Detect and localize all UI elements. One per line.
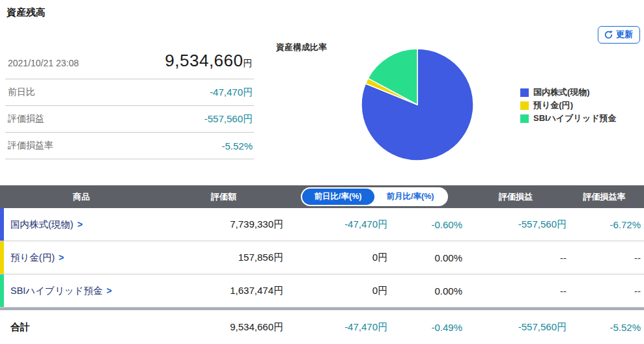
legend-swatch-yellow [520,101,529,110]
cell-value: 157,856円 [163,252,285,264]
cell-day-change: 0円 [285,252,389,264]
summary-row-label: 評価損益率 [8,140,53,152]
header-pl-rate: 評価損益率 [568,191,644,203]
legend-label: SBIハイブリッド預金 [533,112,617,124]
refresh-icon [604,30,613,40]
cell-value: 7,739,330円 [163,218,285,231]
header-product: 商品 [0,191,163,203]
product-link[interactable]: 預り金(円)> [10,252,64,264]
cell-value: 1,637,474円 [163,285,285,297]
summary-timestamp: 2021/10/21 23:08 [8,58,79,68]
cell-pl-rate: -5.52% [568,322,644,333]
header-value: 評価額 [163,191,285,203]
pie-chart-title: 資産構成比率 [276,42,327,53]
summary-total-row: 2021/10/21 23:08 9,534,660円 [5,44,254,79]
asset-balance-page: 資産残高 更新 2021/10/21 23:08 9,534,660円 前日比 … [0,0,644,344]
cell-day-rate: 0.00% [389,285,464,297]
legend-label: 預り金(円) [533,99,573,111]
legend-item-domestic-stock: 国内株式(現物) [520,86,617,99]
total-amount: 9,534,660 [165,51,243,70]
cell-pl-rate: -6.72% [568,219,644,230]
summary-panel: 2021/10/21 23:08 9,534,660円 前日比 -47,470円… [5,44,254,159]
summary-row-pl: 評価損益 -557,560円 [5,106,254,133]
legend-swatch-green [520,114,529,123]
cell-pl-rate: -- [568,252,644,263]
legend-label: 国内株式(現物) [533,86,590,98]
table-row-deposit: 預り金(円)> 157,856円 0円 0.00% -- -- [0,241,644,274]
refresh-button[interactable]: 更新 [598,26,640,44]
cell-pl: -557,560円 [464,321,568,334]
toggle-day-change[interactable]: 前日比/率(%) [302,189,374,205]
chevron-right-icon: > [106,285,111,296]
asset-table: 商品 評価額 前日比/率(%) 前月比/率(%) 評価損益 評価損益率 国内株式… [0,185,644,344]
cell-value: 9,534,660円 [163,321,285,334]
legend-item-deposit: 預り金(円) [520,99,617,112]
cell-day-change: -47,470円 [285,218,389,231]
product-cell: 預り金(円)> [0,241,163,274]
pie-legend: 国内株式(現物) 預り金(円) SBIハイブリッド預金 [520,86,617,125]
table-header-row: 商品 評価額 前日比/率(%) 前月比/率(%) 評価損益 評価損益率 [0,185,644,208]
toggle-month-change[interactable]: 前月比/率(%) [374,189,447,205]
product-cell: SBIハイブリッド預金> [0,274,163,307]
product-cell: 国内株式(現物)> [0,208,163,241]
table-row-sbi-hybrid: SBIハイブリッド預金> 1,637,474円 0円 0.00% -- -- [0,274,644,308]
legend-item-sbi-hybrid: SBIハイブリッド預金 [520,112,617,125]
cell-day-rate: -0.60% [389,219,464,230]
summary-row-value: -557,560円 [204,113,253,126]
product-link[interactable]: SBIハイブリッド預金> [10,285,112,297]
summary-row-label: 評価損益 [8,113,44,125]
product-name: 国内株式(現物) [10,219,74,230]
summary-row-value: -5.52% [221,140,253,152]
table-row-domestic-stock: 国内株式(現物)> 7,739,330円 -47,470円 -0.60% -55… [0,208,644,241]
product-name: 預り金(円) [10,252,55,263]
pie-chart-svg [360,47,475,162]
chevron-right-icon: > [59,252,64,263]
row-accent-bar [0,208,4,241]
header-pl: 評価損益 [464,191,568,203]
summary-total-value: 9,534,660円 [165,51,253,71]
summary-row-pl-rate: 評価損益率 -5.52% [5,133,254,159]
cell-day-rate: 0.00% [389,252,464,263]
table-row-total: 合計 9,534,660円 -47,470円 -0.49% -557,560円 … [0,310,644,344]
page-title: 資産残高 [7,7,46,19]
cell-pl: -- [464,285,568,297]
product-link[interactable]: 国内株式(現物)> [10,218,83,231]
cell-pl: -- [464,252,568,263]
chevron-right-icon: > [77,219,83,230]
row-accent-bar [0,241,4,274]
summary-row-day-change: 前日比 -47,470円 [5,79,254,106]
cell-pl-rate: -- [568,285,644,297]
summary-row-label: 前日比 [8,86,35,98]
total-label: 合計 [0,321,163,334]
refresh-button-label: 更新 [616,29,633,40]
pie-chart [360,47,475,162]
period-toggle-group: 前日比/率(%) 前月比/率(%) [301,187,448,206]
period-toggle: 前日比/率(%) 前月比/率(%) [285,187,464,206]
cell-day-change: -47,470円 [285,321,389,334]
summary-row-value: -47,470円 [210,86,253,99]
legend-swatch-blue [520,88,529,97]
cell-pl: -557,560円 [464,218,568,231]
cell-day-rate: -0.49% [389,322,464,333]
product-name: SBIハイブリッド預金 [10,285,102,296]
total-currency-suffix: 円 [244,58,253,68]
cell-day-change: 0円 [285,285,389,297]
row-accent-bar [0,274,4,307]
